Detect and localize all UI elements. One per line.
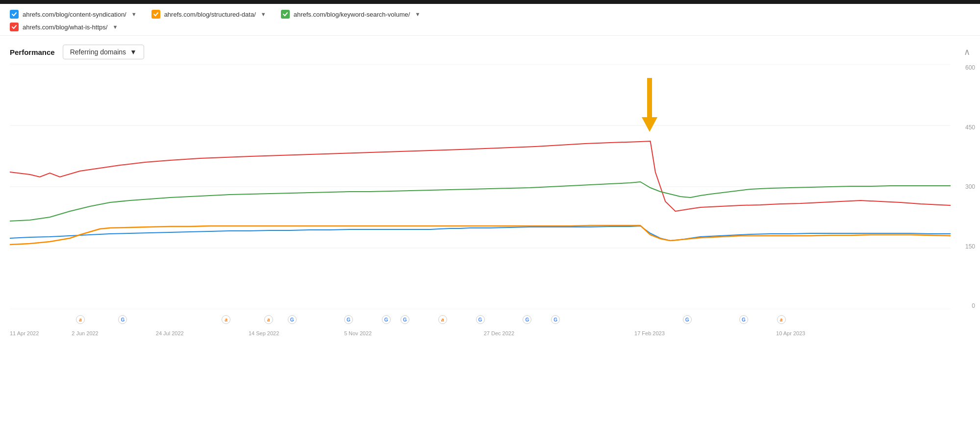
dropdown-arrow-icon: ▼ [130, 48, 137, 56]
y-label-450: 450 [965, 124, 975, 131]
legend-label-keyword-search-volume: ahrefs.com/blog/keyword-search-volume/ [294, 11, 410, 18]
dropdown-label: Referring domains [70, 48, 126, 56]
x-label-apr-2022: 11 Apr 2022 [10, 330, 39, 336]
annotation-ahrefs-4[interactable]: a [438, 315, 447, 324]
blue-line [10, 226, 951, 241]
legend-item-structured-data[interactable]: ahrefs.com/blog/structured-data/ ▼ [151, 10, 266, 19]
x-label-jun-2022: 2 Jun 2022 [72, 330, 98, 336]
y-label-600: 600 [965, 64, 975, 71]
performance-header: Performance Referring domains ▼ ∧ [0, 36, 980, 64]
x-label-jul-2022: 24 Jul 2022 [156, 330, 184, 336]
referring-domains-dropdown[interactable]: Referring domains ▼ [63, 45, 144, 59]
annotation-ahrefs-3[interactable]: a [264, 315, 273, 324]
legend-section: ahrefs.com/blog/content-syndication/ ▼ a… [0, 4, 980, 36]
collapse-button[interactable]: ∧ [964, 47, 970, 57]
arrow-head [642, 117, 657, 132]
x-label-nov-2022: 5 Nov 2022 [344, 330, 372, 336]
legend-checkbox-blue [10, 10, 19, 19]
y-axis: 600 450 300 150 0 [965, 64, 975, 309]
x-label-feb-2023: 17 Feb 2023 [634, 330, 665, 336]
annotation-google-8[interactable]: G [551, 315, 560, 324]
chart-svg [10, 64, 951, 309]
annotation-google-2[interactable]: G [288, 315, 297, 324]
legend-label-what-is-https: ahrefs.com/blog/what-is-https/ [23, 24, 107, 31]
legend-checkbox-green [281, 10, 290, 19]
red-line [10, 141, 951, 211]
legend-label-content-syndication: ahrefs.com/blog/content-syndication/ [23, 11, 126, 18]
x-label-sep-2022: 14 Sep 2022 [249, 330, 279, 336]
legend-item-what-is-https[interactable]: ahrefs.com/blog/what-is-https/ ▼ [10, 23, 970, 31]
annotation-ahrefs-1[interactable]: a [76, 315, 85, 324]
y-label-0: 0 [965, 302, 975, 309]
y-label-300: 300 [965, 183, 975, 190]
y-label-150: 150 [965, 243, 975, 250]
legend-checkbox-red [10, 23, 19, 31]
chart-area: 600 450 300 150 0 a G a a G G G G a G G … [10, 64, 951, 339]
x-label-dec-2022: 27 Dec 2022 [484, 330, 514, 336]
legend-label-structured-data: ahrefs.com/blog/structured-data/ [164, 11, 256, 18]
annotation-google-1[interactable]: G [118, 315, 127, 324]
annotation-google-7[interactable]: G [523, 315, 531, 324]
annotation-google-6[interactable]: G [476, 315, 485, 324]
annotation-icons-row: a G a a G G G G a G G G G G a [10, 315, 951, 325]
collapse-icon: ∧ [964, 47, 970, 57]
annotation-google-5[interactable]: G [401, 315, 409, 324]
annotation-google-4[interactable]: G [382, 315, 391, 324]
chart-container: 600 450 300 150 0 a G a a G G G G a G G … [0, 64, 980, 339]
x-label-apr-2023: 10 Apr 2023 [776, 330, 805, 336]
green-line [10, 182, 951, 221]
annotation-ahrefs-2[interactable]: a [222, 315, 230, 324]
performance-title: Performance [10, 48, 55, 56]
x-axis: a G a a G G G G a G G G G G a 11 Apr 202… [10, 309, 951, 339]
legend-item-keyword-search-volume[interactable]: ahrefs.com/blog/keyword-search-volume/ ▼ [281, 10, 421, 19]
legend-checkbox-orange [151, 10, 160, 19]
arrow-shaft [647, 78, 652, 117]
top-bar [0, 0, 980, 4]
arrow-annotation [642, 78, 657, 132]
annotation-ahrefs-5[interactable]: a [777, 315, 786, 324]
legend-item-content-syndication[interactable]: ahrefs.com/blog/content-syndication/ ▼ [10, 10, 137, 19]
annotation-google-3[interactable]: G [344, 315, 353, 324]
annotation-google-10[interactable]: G [739, 315, 748, 324]
annotation-google-9[interactable]: G [683, 315, 692, 324]
